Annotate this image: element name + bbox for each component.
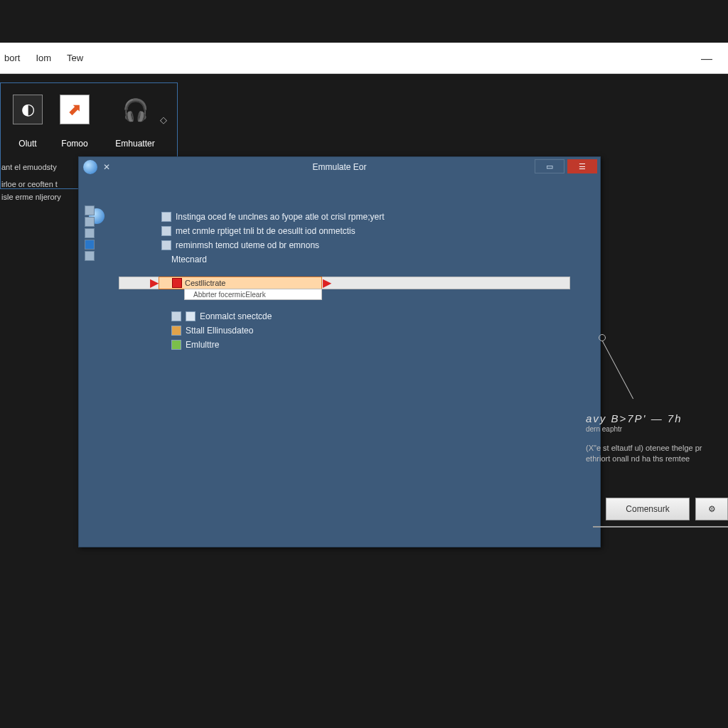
tile-label: Emhuatter [103,139,167,149]
diamond-icon: ◇ [160,114,167,125]
selected-icon [172,278,182,288]
tree-label: Sttall Ellinusdateo [186,326,253,336]
doc-icon [85,217,95,227]
tree-row[interactable]: Emlulttre [119,338,589,352]
button-row: Comensurk ⚙ [606,498,728,520]
doc-icon [85,228,95,238]
menu-item-tew[interactable]: Tew [67,53,83,63]
secondary-button[interactable]: ⚙ [695,498,728,520]
modal-titlebar[interactable]: ✕ Emmulate Eor ▭ ☰ [79,157,600,177]
tree-row[interactable]: Instinga oced fe unclnes ao fyope atle o… [119,210,589,224]
tree-row[interactable]: Mtecnard [119,252,589,267]
tree-label: reminmsh temcd uteme od br emnons [176,240,319,250]
menubar: bort Iom Tew — [0,43,728,74]
item-icon [171,311,181,321]
tree-row[interactable]: met cnmle rptiget tnli bt de oesullt iod… [119,224,589,238]
item-icon [161,212,171,222]
modal-close-button[interactable]: ☰ [567,159,597,173]
tile-label: Olutt [9,139,46,149]
item-icon [161,240,171,250]
options-tree-tail: Eonmalct snectcde Sttall Ellinusdateo Em… [119,309,589,352]
fomoo-icon: ⬈ [60,95,90,124]
options-tree: Instinga oced fe unclnes ao fyope atle o… [119,210,589,267]
callout-line [602,341,633,400]
item-icon [171,326,181,336]
doc-icon [85,240,95,250]
tree-row[interactable]: reminmsh temcd uteme od br emnons [119,238,589,252]
formula-text: avy B>7P' — 7h dern eaphtr [586,412,728,433]
modal-app-icon [83,160,97,174]
doc-icon [85,251,95,261]
menu-item-bort[interactable]: bort [4,53,20,63]
formula-sub: dern eaphtr [586,425,728,433]
selected-sub-option[interactable]: Abbrter focermicEleark [184,289,322,300]
item-icon [171,340,181,350]
left-icon-column [85,205,95,261]
annotation-panel: avy B>7P' — 7h dern eaphtr (X"e st eltau… [586,327,728,464]
emulate-modal: ✕ Emmulate Eor ▭ ☰ Instinga oced fe uncl… [78,156,601,547]
annotation-paragraph: (X"e st eltautf ul) otenee thelge pr eth… [586,443,728,464]
highlight-row: ▶ Cestllictrate ▶ Abbrter focermicEleark [79,277,600,289]
olutt-icon: ◐ [13,95,43,124]
tree-label: met cnmle rptiget tnli bt de oesullt iod… [176,226,355,236]
tree-label: Mtecnard [171,255,207,264]
tree-row[interactable]: Eonmalct snectcde [119,309,589,323]
tree-label: Eonmalct snectcde [200,311,272,321]
window-minimize-icon[interactable]: — [701,53,712,65]
arrow-right-icon: ▶ [323,277,331,289]
item-icon [186,311,196,321]
tree-label: Instinga oced fe unclnes ao fyope atle o… [176,212,385,222]
arrow-right-icon: ▶ [150,277,159,289]
tree-label: Emlulttre [186,340,219,350]
selected-label: Cestllictrate [185,279,225,287]
emhuatter-icon: 🎧 [120,95,150,124]
tile-label: Fomoo [56,139,93,149]
gear-icon: ⚙ [708,504,716,514]
doc-icon [85,205,95,215]
selected-option[interactable]: Cestllictrate [159,277,322,289]
comensurk-button[interactable]: Comensurk [606,498,690,520]
item-icon [161,226,171,236]
button-underline [593,526,728,528]
titlebar-close-left-icon[interactable]: ✕ [103,162,110,172]
modal-body: Instinga oced fe unclnes ao fyope atle o… [79,177,600,547]
tree-row[interactable]: Sttall Ellinusdateo [119,323,589,338]
menu-item-iom[interactable]: Iom [36,53,51,63]
selected-sub-label: Abbrter focermicEleark [193,291,266,299]
modal-title: Emmulate Eor [312,162,366,172]
modal-minimize-button[interactable]: ▭ [535,159,564,173]
